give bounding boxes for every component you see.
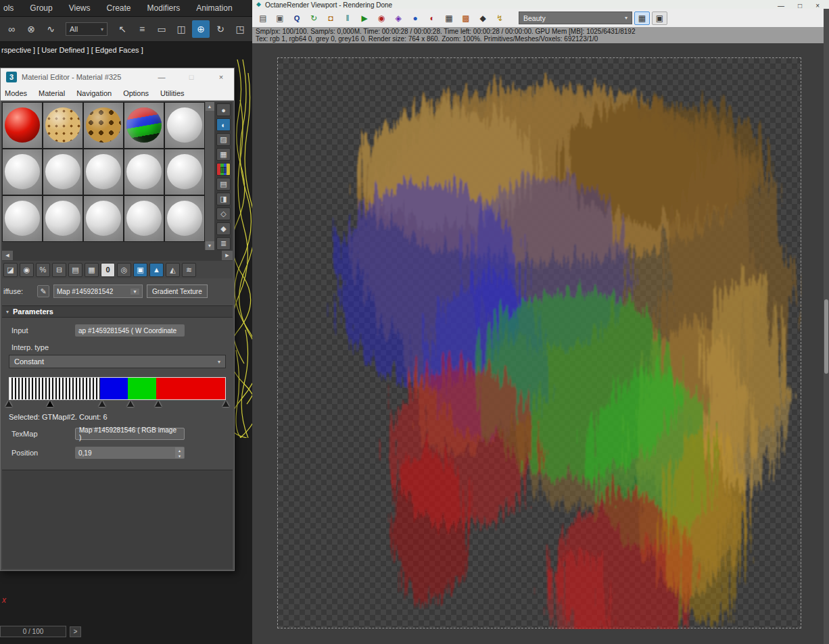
- material-map-navigator-icon[interactable]: ◆: [216, 222, 231, 235]
- texmap-button[interactable]: Map #1459281546 ( RGB image ): [75, 428, 185, 440]
- save-image-icon[interactable]: ▤: [256, 11, 270, 25]
- material-sample-slot[interactable]: [83, 149, 124, 195]
- selection-filter-dropdown[interactable]: All ▾: [66, 22, 108, 36]
- show-map-in-viewport-icon[interactable]: ▣: [133, 263, 147, 277]
- show-end-result-icon[interactable]: ▲: [149, 263, 164, 277]
- material-sample-slot[interactable]: [83, 102, 124, 149]
- gradient-segment-red[interactable]: [156, 378, 225, 399]
- scroll-up-icon[interactable]: ▲: [206, 102, 214, 111]
- go-forward-sibling-icon[interactable]: ≋: [182, 263, 196, 277]
- film-region-icon[interactable]: ▦: [442, 11, 456, 25]
- diffuse-map-dropdown[interactable]: Map #1459281542 ▾: [53, 284, 143, 298]
- material-id-channel-icon[interactable]: 0: [101, 263, 115, 277]
- viewport-label[interactable]: rspective ] [ User Defined ] [ Edged Fac…: [1, 46, 143, 54]
- go-to-parent-icon[interactable]: ◭: [166, 263, 180, 277]
- select-and-rotate-icon[interactable]: ↻: [212, 20, 229, 38]
- close-icon[interactable]: ×: [216, 73, 226, 81]
- gradient-flag[interactable]: [99, 401, 105, 407]
- lock-resolution-icon[interactable]: ◘: [323, 11, 338, 25]
- material-sample-slot[interactable]: [2, 149, 43, 195]
- copy-image-icon[interactable]: ▣: [273, 11, 287, 25]
- minimize-icon[interactable]: —: [778, 2, 784, 9]
- gradient-flag[interactable]: [127, 401, 134, 407]
- scrollbar-thumb[interactable]: [824, 299, 828, 374]
- gradient-bar[interactable]: [9, 377, 226, 400]
- select-object-icon[interactable]: ↖: [114, 20, 131, 38]
- show-background-icon[interactable]: ◐: [216, 118, 231, 131]
- material-sample-slot[interactable]: [43, 149, 83, 195]
- bind-to-space-warp-icon[interactable]: ∿: [42, 20, 60, 38]
- subsampling-icon[interactable]: ◆: [475, 11, 490, 25]
- assign-material-to-selection-icon[interactable]: %: [36, 263, 50, 277]
- sample-horizontal-scrollbar[interactable]: ◀ ▶: [2, 250, 233, 261]
- unlink-selection-icon[interactable]: ⊗: [22, 20, 40, 38]
- put-to-library-icon[interactable]: ▦: [85, 263, 99, 277]
- material-sample-slot[interactable]: [83, 195, 124, 242]
- material-sample-slot[interactable]: [43, 102, 83, 149]
- interp-type-dropdown[interactable]: Constant ▾: [9, 355, 226, 368]
- octane-vertical-scrollbar[interactable]: [824, 9, 829, 644]
- map-type-button[interactable]: Gradient Texture: [147, 284, 208, 298]
- material-sample-slot[interactable]: [124, 195, 164, 242]
- video-color-check-icon[interactable]: ▥: [216, 163, 231, 176]
- render-film-region[interactable]: [277, 57, 801, 628]
- menu-options[interactable]: Options: [123, 89, 149, 97]
- render-settings-panel-button[interactable]: ▣: [652, 11, 667, 25]
- gradient-flag[interactable]: [222, 401, 229, 407]
- menu-modes[interactable]: Modes: [5, 89, 27, 97]
- close-icon[interactable]: ×: [815, 2, 820, 9]
- restart-render-icon[interactable]: ↻: [306, 11, 321, 25]
- material-sample-slot[interactable]: [2, 195, 43, 242]
- spinner-up-icon[interactable]: ▴: [175, 447, 184, 453]
- render-pass-dropdown[interactable]: Beauty ▾: [519, 11, 632, 24]
- menu-navigation[interactable]: Navigation: [76, 89, 112, 97]
- input-map-field[interactable]: ap #1459281545 ( W Coordinate: [75, 324, 185, 337]
- octane-titlebar[interactable]: ◆ OctaneRender Viewport - Rendering Done…: [252, 0, 829, 9]
- sample-slot-layout-icon[interactable]: ≣: [216, 237, 231, 250]
- maximize-icon[interactable]: □: [798, 2, 802, 9]
- scroll-right-icon[interactable]: ▶: [222, 251, 233, 260]
- parameters-rollout-header[interactable]: ▾ Parameters: [2, 305, 233, 318]
- focus-picker-icon[interactable]: ◉: [374, 11, 389, 25]
- material-sample-slot[interactable]: [124, 102, 164, 149]
- maximize-icon[interactable]: □: [187, 73, 196, 81]
- menu-group[interactable]: Group: [30, 3, 52, 13]
- select-and-scale-icon[interactable]: ◳: [231, 20, 249, 38]
- menu-create[interactable]: Create: [107, 3, 131, 13]
- resume-render-icon[interactable]: ▶: [357, 11, 372, 25]
- material-sample-slot[interactable]: [124, 149, 164, 195]
- window-crossing-icon[interactable]: ◫: [172, 20, 190, 38]
- sample-vertical-scrollbar[interactable]: ▲ ▼: [205, 102, 214, 250]
- octane-render-canvas[interactable]: [252, 43, 824, 644]
- render-passes-panel-button[interactable]: ▦: [634, 11, 650, 25]
- pause-render-icon[interactable]: ‖: [340, 11, 355, 25]
- material-sample-slot[interactable]: [164, 195, 205, 242]
- menu-modifiers[interactable]: Modifiers: [147, 3, 181, 13]
- menu-material[interactable]: Material: [39, 89, 65, 97]
- sample-type-icon[interactable]: ●: [216, 103, 231, 116]
- gradient-flag[interactable]: [155, 401, 162, 407]
- backlight-icon[interactable]: ▨: [216, 133, 231, 146]
- scroll-left-icon[interactable]: ◀: [2, 251, 13, 260]
- position-spinner[interactable]: ▴ ▾: [175, 447, 184, 458]
- menu-utilities[interactable]: Utilities: [160, 89, 184, 97]
- gradient-segment-green[interactable]: [128, 378, 156, 399]
- select-and-link-icon[interactable]: ∞: [3, 20, 20, 38]
- reset-map-icon[interactable]: ⊟: [52, 263, 66, 277]
- minimize-icon[interactable]: —: [157, 73, 166, 81]
- material-sample-slot[interactable]: [43, 195, 83, 242]
- material-editor-titlebar[interactable]: 3 Material Editor - Material #325 — □ ×: [1, 68, 234, 86]
- scroll-down-icon[interactable]: ▼: [206, 241, 214, 250]
- make-material-copy-icon[interactable]: ▤: [68, 263, 82, 277]
- priority-icon[interactable]: ↯: [492, 11, 507, 25]
- put-material-to-scene-icon[interactable]: ◉: [20, 263, 34, 277]
- menu-animation[interactable]: Animation: [196, 3, 232, 13]
- gradient-flag[interactable]: [5, 401, 12, 407]
- make-preview-icon[interactable]: ▤: [216, 178, 231, 191]
- menu-tools[interactable]: ols: [3, 3, 14, 13]
- timeline-next-button[interactable]: >: [70, 626, 81, 637]
- select-by-name-icon[interactable]: ≡: [133, 20, 151, 38]
- position-field[interactable]: 0,19 ▴ ▾: [75, 447, 185, 459]
- show-shaded-material-icon[interactable]: ◎: [117, 263, 131, 277]
- gradient-segment-stripes[interactable]: [9, 378, 100, 399]
